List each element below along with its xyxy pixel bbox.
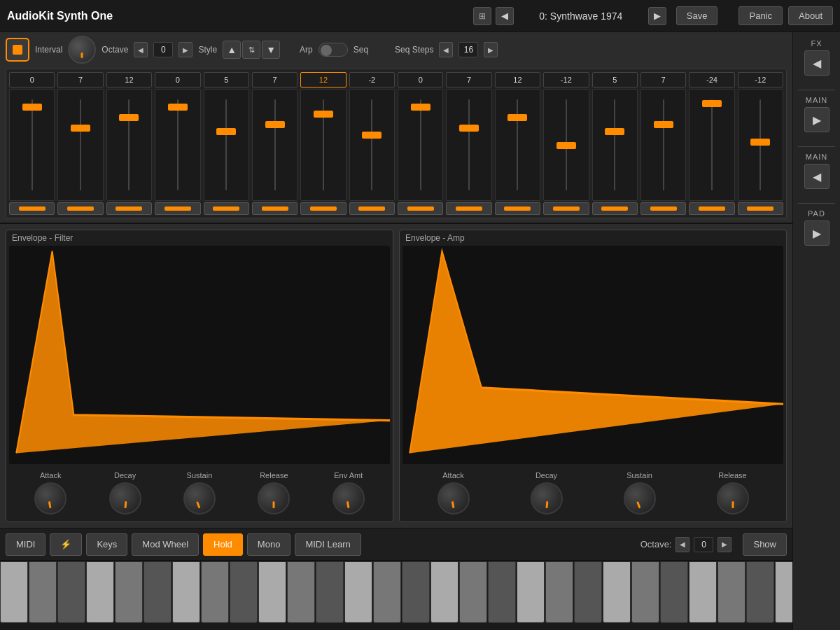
seq-column-0[interactable]: 0: [9, 72, 55, 215]
seq-fader-container-3[interactable]: [155, 89, 200, 201]
seq-column-14[interactable]: -24: [689, 72, 734, 215]
seq-value-box-6[interactable]: 12: [300, 72, 346, 88]
seq-fader-handle-13[interactable]: [654, 121, 673, 128]
piano-key-15[interactable]: [430, 561, 458, 623]
style-updown-button[interactable]: ⇅: [242, 41, 260, 59]
style-down-button[interactable]: ▼: [262, 41, 280, 59]
filter-decay-knob[interactable]: [109, 482, 141, 514]
midi-learn-button[interactable]: MIDI Learn: [295, 533, 360, 556]
piano-key-3[interactable]: [86, 561, 114, 623]
piano-key-16[interactable]: [459, 561, 487, 623]
seq-column-5[interactable]: 7: [252, 72, 298, 215]
sidebar-main1-arrow[interactable]: ▶: [804, 107, 830, 132]
seq-value-box-14[interactable]: -24: [689, 72, 734, 88]
seq-value-box-13[interactable]: 7: [640, 72, 686, 88]
piano-key-22[interactable]: [631, 561, 659, 623]
seq-value-box-7[interactable]: -2: [349, 72, 395, 88]
seq-bottom-btn-11[interactable]: [543, 202, 589, 215]
keys-button[interactable]: Keys: [86, 533, 127, 556]
seq-value-box-5[interactable]: 7: [252, 72, 298, 88]
seq-column-7[interactable]: -2: [349, 72, 395, 215]
seq-fader-handle-6[interactable]: [314, 111, 333, 118]
piano-key-7[interactable]: [201, 561, 229, 623]
piano-key-9[interactable]: [258, 561, 286, 623]
piano-key-13[interactable]: [373, 561, 401, 623]
seq-column-3[interactable]: 0: [155, 72, 200, 215]
arp-seq-toggle[interactable]: [318, 43, 348, 57]
seq-fader-handle-15[interactable]: [750, 139, 770, 146]
seq-bottom-btn-0[interactable]: [9, 202, 55, 215]
about-button[interactable]: About: [788, 6, 833, 25]
seq-bottom-btn-8[interactable]: [398, 202, 443, 215]
seq-column-1[interactable]: 7: [57, 72, 103, 215]
seq-fader-handle-12[interactable]: [605, 128, 624, 135]
piano-key-6[interactable]: [172, 561, 200, 623]
seq-fader-handle-1[interactable]: [71, 125, 90, 132]
mono-button[interactable]: Mono: [247, 533, 291, 556]
seq-column-13[interactable]: 7: [640, 72, 686, 215]
interval-knob[interactable]: [68, 36, 96, 64]
seq-value-box-9[interactable]: 7: [446, 72, 491, 88]
seq-fader-handle-8[interactable]: [411, 104, 430, 111]
seq-value-box-12[interactable]: 5: [592, 72, 638, 88]
random-icon[interactable]: ⊞: [473, 7, 491, 25]
seq-fader-container-12[interactable]: [592, 89, 638, 201]
seq-column-8[interactable]: 0: [398, 72, 443, 215]
seq-fader-handle-0[interactable]: [22, 104, 42, 111]
filter-envamt-knob[interactable]: [332, 482, 365, 514]
seq-fader-container-1[interactable]: [57, 89, 103, 201]
piano-key-20[interactable]: [574, 561, 602, 623]
seq-fader-container-4[interactable]: [204, 89, 249, 201]
piano-key-5[interactable]: [144, 561, 172, 623]
piano-key-23[interactable]: [660, 561, 688, 623]
piano-key-18[interactable]: [517, 561, 545, 623]
piano-key-0[interactable]: [0, 561, 28, 623]
seq-fader-container-5[interactable]: [252, 89, 298, 201]
seq-value-box-3[interactable]: 0: [155, 72, 200, 88]
seq-steps-down-button[interactable]: ◀: [439, 42, 453, 57]
octave-bottom-down-button[interactable]: ◀: [676, 537, 690, 552]
piano-key-25[interactable]: [718, 561, 746, 623]
seq-bottom-btn-7[interactable]: [349, 202, 395, 215]
amp-attack-knob[interactable]: [438, 482, 470, 514]
mod-wheel-button[interactable]: Mod Wheel: [132, 533, 199, 556]
style-up-button[interactable]: ▲: [223, 41, 241, 59]
seq-fader-handle-10[interactable]: [507, 114, 527, 121]
panic-button[interactable]: Panic: [738, 6, 783, 25]
filter-attack-knob[interactable]: [34, 482, 66, 514]
seq-fader-handle-2[interactable]: [119, 114, 139, 121]
seq-fader-container-6[interactable]: [300, 89, 346, 201]
seq-column-6[interactable]: 12: [300, 72, 346, 215]
piano-key-19[interactable]: [545, 561, 573, 623]
seq-column-15[interactable]: -12: [738, 72, 783, 215]
octave-down-button[interactable]: ◀: [134, 42, 148, 57]
save-button[interactable]: Save: [676, 6, 718, 25]
seq-fader-container-0[interactable]: [9, 89, 55, 201]
piano-key-27[interactable]: [775, 561, 792, 623]
seq-column-11[interactable]: -12: [543, 72, 589, 215]
octave-bottom-up-button[interactable]: ▶: [718, 537, 732, 552]
seq-fader-container-14[interactable]: [689, 89, 734, 201]
seq-bottom-btn-12[interactable]: [592, 202, 638, 215]
seq-fader-container-7[interactable]: [349, 89, 395, 201]
next-preset-button[interactable]: ▶: [648, 7, 666, 25]
piano-key-14[interactable]: [402, 561, 430, 623]
hold-button[interactable]: Hold: [203, 533, 243, 556]
seq-steps-up-button[interactable]: ▶: [484, 42, 498, 57]
seq-fader-handle-9[interactable]: [459, 125, 479, 132]
piano-key-26[interactable]: [746, 561, 774, 623]
seq-fader-handle-7[interactable]: [362, 132, 382, 139]
seq-value-box-2[interactable]: 12: [106, 72, 152, 88]
seq-bottom-btn-14[interactable]: [689, 202, 734, 215]
seq-column-9[interactable]: 7: [446, 72, 491, 215]
seq-fader-container-9[interactable]: [446, 89, 491, 201]
sidebar-pad-arrow[interactable]: ▶: [804, 220, 830, 246]
seq-column-4[interactable]: 5: [204, 72, 249, 215]
seq-value-box-1[interactable]: 7: [57, 72, 103, 88]
piano-key-21[interactable]: [603, 561, 631, 623]
piano-key-10[interactable]: [287, 561, 315, 623]
amp-sustain-knob[interactable]: [624, 482, 656, 514]
seq-column-2[interactable]: 12: [106, 72, 152, 215]
seq-fader-handle-14[interactable]: [702, 100, 722, 107]
seq-fader-container-10[interactable]: [495, 89, 540, 201]
